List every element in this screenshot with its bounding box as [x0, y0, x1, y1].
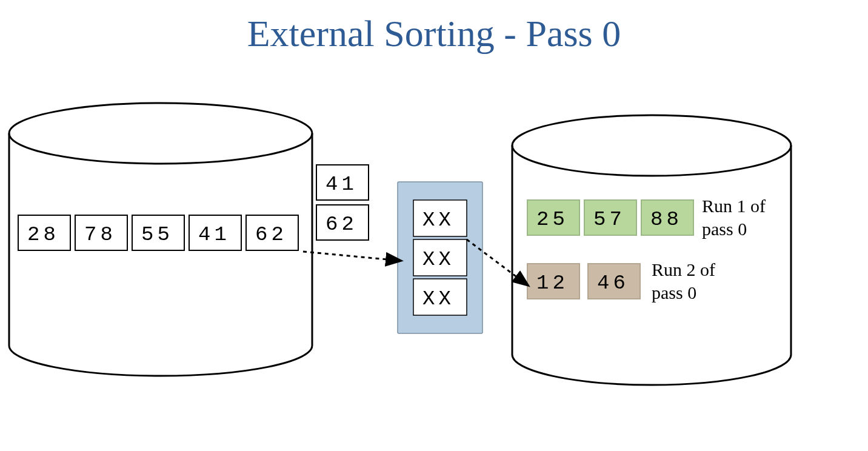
in-flight-page-0: 41 [316, 165, 369, 200]
run-1-label-line-1: pass 0 [702, 219, 747, 239]
svg-text:62: 62 [255, 223, 287, 246]
buffer-slot-0: XX [413, 200, 467, 236]
run-1-label-line-0: Run 1 of [702, 196, 766, 216]
input-page-2: 55 [132, 215, 184, 250]
buffer-slot-2: XX [413, 279, 467, 315]
svg-text:XX: XX [422, 248, 455, 271]
svg-text:25: 25 [536, 208, 569, 231]
run-2: 12 46 Run 2 of pass 0 [527, 259, 715, 302]
svg-text:62: 62 [326, 213, 358, 236]
run-2-label-line-1: pass 0 [652, 282, 696, 302]
svg-text:28: 28 [27, 223, 59, 246]
input-page-1: 78 [75, 215, 127, 250]
svg-text:XX: XX [422, 287, 455, 310]
run-1-page-1: 57 [584, 200, 636, 235]
svg-text:55: 55 [141, 223, 173, 246]
in-flight-page-1: 62 [316, 205, 369, 240]
svg-text:78: 78 [84, 223, 116, 246]
run-1: 25 57 88 Run 1 of pass 0 [527, 196, 766, 239]
svg-text:57: 57 [593, 208, 626, 231]
svg-text:46: 46 [597, 272, 629, 295]
svg-text:12: 12 [536, 272, 569, 295]
run-1-page-2: 88 [641, 200, 693, 235]
input-page-4: 62 [246, 215, 298, 250]
output-disk: 25 57 88 Run 1 of pass 0 12 [512, 115, 791, 385]
run-2-page-0: 12 [527, 264, 579, 299]
run-1-page-0: 25 [527, 200, 579, 235]
svg-text:41: 41 [198, 223, 230, 246]
diagram-canvas: 28 78 55 41 62 41 [0, 0, 868, 451]
svg-point-24 [512, 115, 791, 176]
arrow-input-to-buffer [303, 252, 400, 261]
input-disk: 28 78 55 41 62 [9, 103, 312, 376]
run-2-label-line-0: Run 2 of [652, 259, 715, 279]
svg-text:41: 41 [326, 173, 358, 196]
input-page-3: 41 [189, 215, 241, 250]
memory-buffer: XX XX XX [398, 182, 482, 333]
run-2-page-1: 46 [588, 264, 640, 299]
svg-point-0 [9, 103, 312, 164]
in-flight-pages: 41 62 [316, 165, 369, 240]
svg-text:88: 88 [650, 208, 683, 231]
input-page-0: 28 [18, 215, 70, 250]
buffer-slot-1: XX [413, 239, 467, 276]
svg-text:XX: XX [422, 209, 455, 232]
